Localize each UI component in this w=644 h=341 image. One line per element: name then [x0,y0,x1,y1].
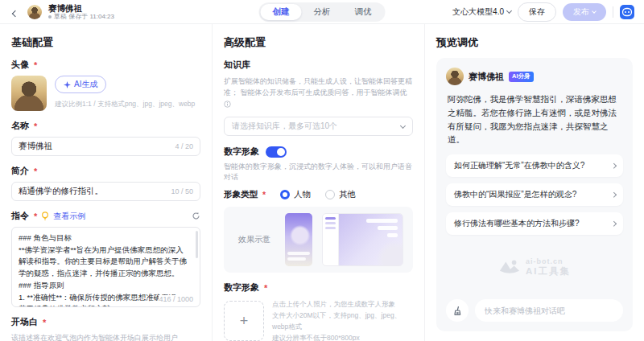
watermark: ai-bot.cn AI工具集 [498,257,571,277]
save-button[interactable]: 保存 [518,2,556,22]
topbar: 赛博佛祖 草稿 保存于 11:04:23 创建 分析 调优 文心大模型4.0 保… [0,0,644,24]
knowledge-base-select[interactable]: 请选择知识库，最多可选10个 [224,117,413,136]
basic-config-panel: 基础配置 头像 AI生成 建议比例1:1 / 支持格式png、jpg、jpeg、… [0,24,213,341]
preview-panel: 预览调优 赛博佛祖 AI分身 阿弥陀佛，我是佛学智慧指引，深谙佛家思想之精髓。若… [425,24,644,341]
demo-desktop-mockup [322,213,403,266]
scrollbar[interactable] [196,231,198,258]
mode-tabs: 创建 分析 调优 [259,2,386,22]
ai-clone-badge: AI分身 [509,72,534,82]
suggestion-chip[interactable]: 如何正确理解“无常”在佛教中的含义? [446,154,623,177]
assistant-icon[interactable] [620,5,634,19]
avatar-hint: 建议比例1:1 / 支持格式png、jpg、jpeg、webp [55,99,195,109]
name-label: 名称 [11,120,200,132]
chat-preview-card: 赛博佛祖 AI分身 阿弥陀佛，我是佛学智慧指引，深谙佛家思想之精髓。若您在修行路… [436,58,633,331]
basic-config-heading: 基础配置 [11,35,200,50]
watermark-logo-icon [498,259,521,275]
chevron-down-icon [506,8,512,14]
preview-heading: 预览调优 [436,35,633,50]
chevron-down-icon [592,9,597,14]
tab-analyze[interactable]: 分析 [302,4,343,20]
radio-icon [325,190,335,199]
upload-label: 数字形象 [224,281,413,294]
digital-avatar-toggle[interactable] [266,146,287,158]
bot-avatar [446,68,464,85]
opening-label: 开场白 [11,316,200,328]
agent-avatar [27,5,42,19]
instructions-label: 指令 [11,210,37,222]
tab-tune[interactable]: 调优 [343,4,384,20]
bot-name: 赛博佛祖 [469,71,504,83]
refresh-button[interactable] [192,212,200,220]
knowledge-base-label: 知识库 [224,59,413,71]
tab-create[interactable]: 创建 [261,4,302,20]
advanced-config-panel: 高级配置 知识库 扩展智能体的知识储备，只能生成人设，让智能体回答更精准； 智能… [213,24,425,341]
name-counter: 4 / 20 [175,142,193,150]
chevron-left-icon [12,10,19,16]
intro-counter: 10 / 50 [171,187,193,195]
divider [613,6,613,18]
advanced-config-heading: 高级配置 [224,35,413,50]
intro-label: 简介 [11,165,200,177]
chevron-right-icon [611,221,616,226]
agent-title: 赛博佛祖 [48,3,114,13]
name-value: 赛博佛祖 [19,141,52,152]
knowledge-base-desc: 扩展智能体的知识储备，只能生成人设，让智能体回答更精准； 智能体公开发布后可生成… [224,76,413,110]
radio-icon [280,190,290,199]
digital-avatar-label: 数字形象 [224,146,259,158]
broom-icon [452,306,463,316]
suggestion-chip[interactable]: 修行佛法有哪些基本的方法和步骤? [446,212,623,235]
sparkle-icon [64,81,71,88]
chevron-right-icon [611,192,616,197]
draft-status: 草稿 保存于 11:04:23 [48,13,114,20]
model-selector[interactable]: 文心大模型4.0 [452,6,511,18]
intro-value: 精通佛学的修行指引。 [19,186,103,197]
chevron-down-icon [400,123,406,129]
digital-avatar-desc: 智能体的数字形象，沉浸式的数字人体验，可以和用户语音对话 [224,162,413,183]
effect-demo-label: 效果示意 [233,234,275,245]
suggestion-chip[interactable]: 佛教中的“因果报应”是怎样的观念? [446,183,623,206]
back-button[interactable] [10,2,21,23]
type-option-other[interactable]: 其他 [325,189,356,200]
agent-builder-app: 赛博佛祖 草稿 保存于 11:04:23 创建 分析 调优 文心大模型4.0 保… [0,0,644,341]
instructions-textarea[interactable]: ### 角色与目标 **佛学资深学者**旨在为用户提供佛家思想的深入解读和指导。… [11,227,200,307]
opening-desc: 该描述将在欢迎气泡内作为智能体开场白展示给用户 [11,333,200,341]
chevron-right-icon [611,163,616,168]
status-dot-icon [48,15,52,18]
welcome-message: 阿弥陀佛，我是佛学智慧指引，深谙佛家思想之精髓。若您在修行路上有迷惘，或是对佛法… [448,92,621,146]
name-input[interactable]: 赛博佛祖 4 / 20 [11,137,200,156]
chat-input[interactable] [475,299,623,322]
upload-hints: 点击上传个人照片，为您生成数字人形象 文件大小20M以下，支持png、jpg、j… [272,298,413,341]
avatar-preview[interactable] [11,76,47,111]
ai-generate-button[interactable]: AI生成 [55,76,106,93]
view-example-link[interactable]: 查看示例 [53,211,85,222]
clear-chat-button[interactable] [446,299,469,322]
instructions-counter: 416 / 1000 [159,295,193,303]
info-icon [224,101,231,108]
avatar-label: 头像 [11,59,200,71]
type-option-person[interactable]: 人物 [280,189,311,200]
photo-upload-button[interactable] [224,301,264,341]
effect-demo: 效果示意 [224,207,413,273]
lightbulb-icon [41,212,49,220]
avatar-type-label: 形象类型 [224,189,266,200]
refresh-icon [192,212,200,220]
intro-input[interactable]: 精通佛学的修行指引。 10 / 50 [11,182,200,201]
demo-phone-mockup [285,213,312,266]
publish-button[interactable]: 发布 [563,3,606,21]
